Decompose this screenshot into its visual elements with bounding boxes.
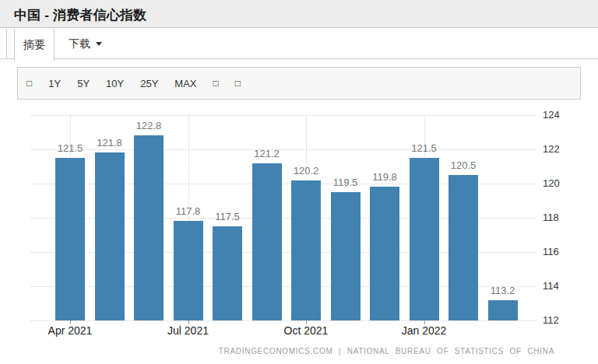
bar-aug-2021[interactable] <box>213 226 242 320</box>
page-header: 中国 - 消费者信心指数 <box>0 0 598 28</box>
range-button-25y[interactable]: 25Y <box>140 78 158 89</box>
range-button-5y[interactable]: 5Y <box>77 78 90 89</box>
bar-value-label: 113.2 <box>478 285 528 296</box>
page: 中国 - 消费者信心指数 摘要 下载 □1Y5Y10Y25YMAX□□ 1121… <box>0 0 598 364</box>
y-axis-label-124: 124 <box>543 109 574 121</box>
y-axis-label-116: 116 <box>543 246 574 257</box>
bar-jun-2021[interactable] <box>134 135 164 320</box>
gridline-y-124 <box>31 115 536 116</box>
range-button-10y[interactable]: 10Y <box>106 78 124 89</box>
bar-jul-2021[interactable] <box>174 221 203 320</box>
tab-download-label: 下载 <box>69 37 90 51</box>
x-axis-label: Jan 2022 <box>393 324 456 337</box>
bar-value-label: 120.2 <box>281 165 331 177</box>
tab-bar-left-divider <box>6 29 7 59</box>
bar-value-label: 120.5 <box>438 159 488 171</box>
bar-sep-2021[interactable] <box>252 163 282 320</box>
chart-type-icon[interactable]: □ <box>213 78 219 89</box>
bar-jan-2022[interactable] <box>410 158 439 320</box>
compare-icon[interactable]: □ <box>235 78 241 89</box>
chart-area: 112114116118120122124Apr 2021Jul 2021Oct… <box>0 100 598 364</box>
tab-summary-label: 摘要 <box>23 38 45 52</box>
caret-down-icon <box>96 42 102 46</box>
chart-attribution: TRADINGECONOMICS.COM | NATIONAL BUREAU O… <box>219 347 554 355</box>
bar-dec-2021[interactable] <box>370 187 399 320</box>
bar-apr-2021[interactable] <box>55 158 85 320</box>
calendar-icon[interactable]: □ <box>26 78 32 89</box>
bar-value-label: 119.8 <box>360 171 410 183</box>
range-button-1y[interactable]: 1Y <box>48 78 61 89</box>
chart-range-toolbar: □1Y5Y10Y25YMAX□□ <box>17 67 581 100</box>
bar-oct-2021[interactable] <box>291 180 321 320</box>
tab-summary[interactable]: 摘要 <box>14 29 55 61</box>
x-axis-label: Oct 2021 <box>275 324 337 337</box>
y-axis-label-112: 112 <box>543 314 574 326</box>
x-axis-label: Apr 2021 <box>39 324 101 337</box>
gridline-y-112 <box>31 320 536 321</box>
page-title: 中国 - 消费者信心指数 <box>14 6 147 24</box>
bar-value-label: 117.5 <box>202 211 252 222</box>
bar-value-label: 121.5 <box>399 142 449 154</box>
bar-value-label: 121.2 <box>242 148 292 159</box>
bar-mar-2022[interactable] <box>488 300 518 320</box>
range-button-max[interactable]: MAX <box>174 78 196 89</box>
bar-may-2021[interactable] <box>95 152 125 320</box>
bar-value-label: 121.8 <box>85 137 135 149</box>
tab-download[interactable]: 下载 <box>69 29 102 59</box>
y-axis-label-114: 114 <box>543 280 574 292</box>
y-axis-label-122: 122 <box>543 143 574 155</box>
y-axis-label-118: 118 <box>543 212 574 223</box>
bar-feb-2022[interactable] <box>448 175 478 320</box>
bar-value-label: 122.8 <box>124 120 174 131</box>
bar-nov-2021[interactable] <box>331 192 361 320</box>
x-axis-label: Jul 2021 <box>157 324 220 337</box>
y-axis-label-120: 120 <box>543 177 574 189</box>
